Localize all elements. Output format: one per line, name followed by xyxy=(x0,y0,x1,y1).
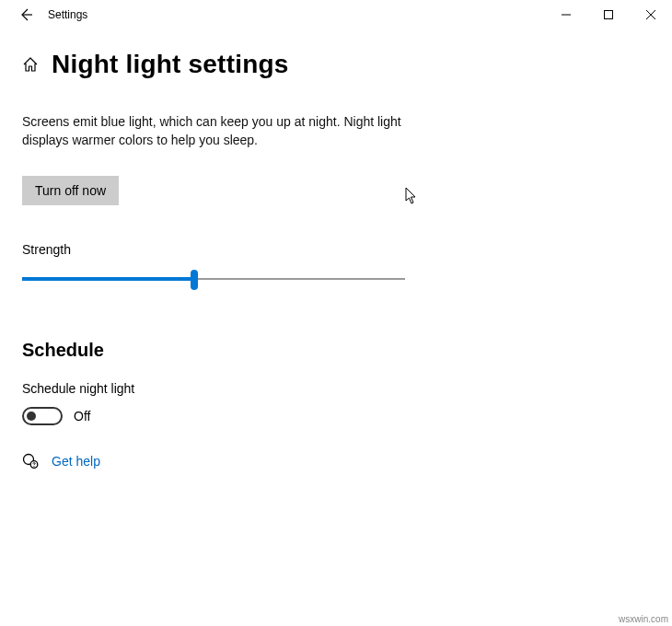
get-help-link[interactable]: Get help xyxy=(22,453,650,470)
watermark: wsxwin.com xyxy=(619,614,668,624)
strength-label: Strength xyxy=(22,242,650,257)
home-icon xyxy=(22,56,39,73)
schedule-heading: Schedule xyxy=(22,340,650,361)
slider-thumb[interactable] xyxy=(191,270,198,290)
maximize-icon xyxy=(604,10,613,19)
schedule-toggle-label: Schedule night light xyxy=(22,381,650,396)
svg-rect-0 xyxy=(605,11,613,19)
close-icon xyxy=(646,10,655,19)
get-help-text: Get help xyxy=(52,454,100,469)
slider-fill xyxy=(22,277,194,281)
toggle-knob xyxy=(27,412,36,421)
schedule-toggle-state: Off xyxy=(74,409,90,423)
close-button[interactable] xyxy=(630,0,672,29)
maximize-button[interactable] xyxy=(587,0,630,29)
back-button[interactable] xyxy=(7,0,44,29)
strength-slider[interactable] xyxy=(22,270,405,288)
turn-off-now-button[interactable]: Turn off now xyxy=(22,176,119,205)
minimize-button[interactable] xyxy=(545,0,587,29)
schedule-toggle[interactable] xyxy=(22,407,63,425)
svg-point-3 xyxy=(33,466,34,467)
window-title: Settings xyxy=(44,8,87,21)
page-description: Screens emit blue light, which can keep … xyxy=(22,112,436,150)
minimize-icon xyxy=(562,10,571,19)
back-arrow-icon xyxy=(18,7,33,22)
home-button[interactable] xyxy=(22,56,39,73)
help-icon xyxy=(22,453,39,470)
page-title: Night light settings xyxy=(52,50,289,79)
